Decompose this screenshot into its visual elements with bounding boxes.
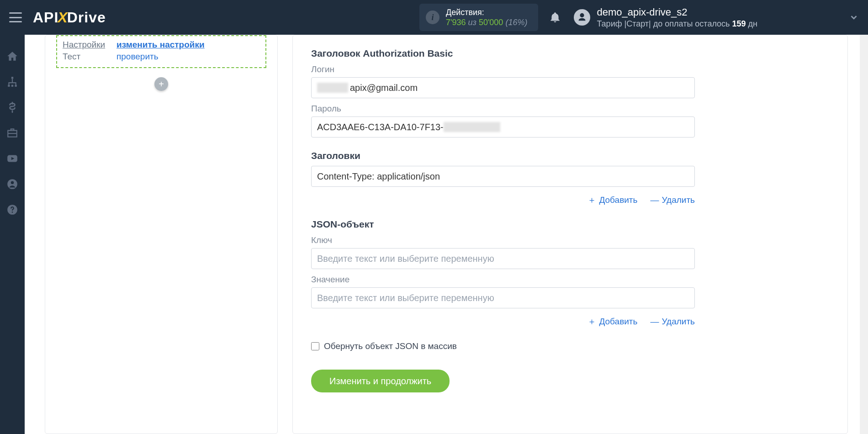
left-panel: Настройки изменить настройки Тест провер… (45, 35, 278, 434)
plus-icon: ＋ (587, 194, 596, 206)
actions-label: Действия: (446, 7, 527, 18)
notifications-bell-icon[interactable] (549, 11, 561, 23)
password-input[interactable]: ACD3AAE6-C13A-DA10-7F13- (311, 116, 695, 138)
user-name: demo_apix-drive_s2 (597, 6, 757, 19)
logo-text-api: API (33, 9, 58, 26)
user-tariff: Тариф |Старт| до оплаты осталось 159 дн (597, 19, 757, 29)
svg-rect-2 (11, 85, 13, 87)
svg-point-7 (11, 181, 14, 185)
svg-rect-0 (11, 77, 13, 79)
json-add-button[interactable]: ＋Добавить (587, 316, 637, 328)
left-sidebar (0, 35, 25, 434)
right-panel: Заголовок Authorization Basic Логин apix… (292, 35, 848, 434)
connections-icon[interactable] (6, 76, 18, 88)
password-label: Пароль (311, 104, 829, 114)
hamburger-menu-icon[interactable] (9, 12, 22, 22)
actions-usage: 7'936 из 50'000 (16%) (446, 18, 527, 27)
svg-rect-1 (8, 85, 10, 87)
auth-basic-heading: Заголовок Authorization Basic (311, 48, 829, 59)
json-object-heading: JSON-объект (311, 219, 829, 230)
submit-button[interactable]: Изменить и продолжить (311, 370, 450, 392)
app-header: APIXDrive i Действия: 7'936 из 50'000 (1… (0, 0, 868, 35)
settings-label: Настройки (63, 40, 116, 50)
wrap-json-array-label: Обернуть объект JSON в массив (324, 341, 457, 351)
json-value-input[interactable]: Введите текст или выберите переменную (311, 287, 695, 308)
user-block[interactable]: demo_apix-drive_s2 Тариф |Старт| до опла… (597, 6, 757, 29)
scrollbar-track[interactable] (860, 35, 868, 434)
wrap-json-array-input[interactable] (311, 342, 319, 350)
logo-x-icon: X (58, 9, 68, 26)
value-label: Значение (311, 275, 829, 285)
headers-input[interactable]: Content-Type: application/json (311, 166, 695, 187)
change-settings-link[interactable]: изменить настройки (116, 40, 205, 50)
key-label: Ключ (311, 235, 829, 245)
actions-counter[interactable]: i Действия: 7'936 из 50'000 (16%) (419, 4, 538, 31)
test-label: Тест (63, 52, 116, 62)
json-key-input[interactable]: Введите текст или выберите переменную (311, 248, 695, 269)
plus-icon: ＋ (587, 316, 596, 328)
test-link[interactable]: проверить (116, 52, 159, 62)
step-box: Настройки изменить настройки Тест провер… (56, 35, 266, 68)
add-step-button[interactable]: + (154, 77, 168, 91)
home-icon[interactable] (6, 50, 18, 62)
help-icon[interactable] (6, 204, 18, 216)
wrap-json-array-checkbox[interactable]: Обернуть объект JSON в массив (311, 341, 829, 351)
youtube-icon[interactable] (6, 153, 18, 164)
main-content: Настройки изменить настройки Тест провер… (25, 35, 868, 434)
minus-icon: — (650, 317, 659, 327)
login-input[interactable]: apix@gmail.com (311, 77, 695, 98)
briefcase-icon[interactable] (6, 127, 18, 139)
billing-icon[interactable] (6, 101, 18, 113)
svg-rect-3 (15, 85, 16, 87)
logo-text-drive: Drive (67, 9, 106, 26)
headers-add-button[interactable]: ＋Добавить (587, 194, 637, 206)
minus-icon: — (650, 195, 659, 205)
chevron-down-icon[interactable] (849, 12, 859, 22)
logo[interactable]: APIXDrive (33, 9, 106, 26)
info-icon: i (426, 11, 439, 24)
headers-delete-button[interactable]: —Удалить (650, 194, 695, 206)
account-icon[interactable] (6, 178, 18, 190)
svg-point-9 (12, 212, 13, 213)
json-delete-button[interactable]: —Удалить (650, 316, 695, 328)
headers-heading: Заголовки (311, 150, 829, 161)
user-avatar-icon[interactable] (574, 9, 590, 26)
login-label: Логин (311, 64, 829, 74)
